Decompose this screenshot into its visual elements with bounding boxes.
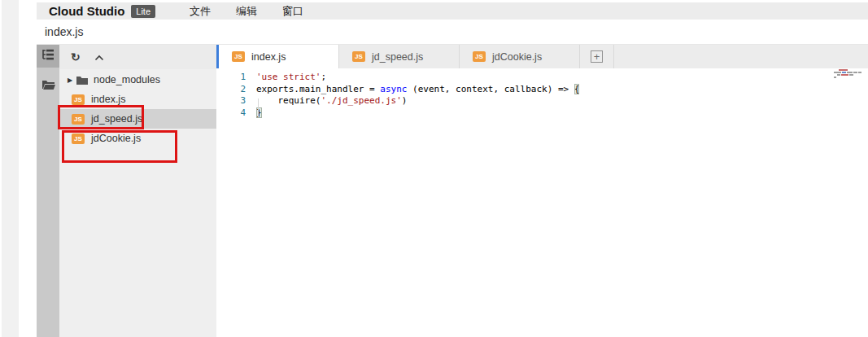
minimap-seg bbox=[849, 74, 853, 76]
minimap-seg bbox=[858, 72, 861, 73]
plus-icon: + bbox=[591, 50, 603, 63]
tab-bar: JSindex.jsJSjd_speed.jsJSjdCookie.js + bbox=[216, 45, 868, 68]
minimap-seg bbox=[834, 77, 836, 78]
main-area: ↻ ▶node_modulesJSindex.jsJSjd_speed.jsJS… bbox=[37, 45, 868, 337]
minimap[interactable] bbox=[834, 69, 865, 79]
tree-item-jdCookie.js[interactable]: JSjdCookie.js bbox=[59, 129, 216, 148]
activity-explorer-button[interactable] bbox=[37, 45, 59, 68]
code-text: exports.main_handler = async (event, con… bbox=[246, 84, 579, 96]
minimap-seg bbox=[847, 72, 853, 73]
minimap-seg bbox=[841, 74, 848, 76]
line-number: 4 bbox=[216, 107, 246, 120]
breadcrumb: index.js bbox=[45, 25, 83, 38]
minimap-row bbox=[834, 69, 865, 71]
tab-jdCookie.js[interactable]: JSjdCookie.js bbox=[460, 45, 580, 68]
code-lines: 1'use strict';2exports.main_handler = as… bbox=[216, 72, 868, 119]
code-token: } bbox=[256, 107, 262, 118]
code-token: './jd_speed.js' bbox=[321, 95, 401, 106]
js-file-icon: JS bbox=[232, 51, 245, 62]
tree-item-label: index.js bbox=[91, 94, 125, 105]
code-line: 2exports.main_handler = async (event, co… bbox=[216, 84, 868, 96]
collapsed-arrow-icon: ▶ bbox=[68, 77, 76, 84]
js-file-icon: JS bbox=[72, 114, 85, 125]
code-text: 'use strict'; bbox=[246, 72, 326, 84]
tab-label: jdCookie.js bbox=[492, 51, 542, 63]
menu-编辑[interactable]: 编辑 bbox=[236, 4, 257, 19]
minimap-seg bbox=[837, 74, 840, 76]
menu-窗口[interactable]: 窗口 bbox=[282, 4, 303, 19]
code-token: require( bbox=[256, 95, 321, 106]
indent-guide bbox=[258, 98, 259, 117]
tree-item-node_modules[interactable]: ▶node_modules bbox=[59, 70, 216, 90]
code-token: (event, context, callback) => bbox=[407, 84, 574, 94]
code-token: ; bbox=[321, 72, 326, 82]
minimap-row bbox=[834, 74, 865, 76]
lite-badge: Lite bbox=[131, 5, 155, 18]
breadcrumb-bar: index.js bbox=[37, 20, 868, 45]
tab-jd_speed.js[interactable]: JSjd_speed.js bbox=[339, 45, 460, 68]
file-explorer-sidebar: ↻ ▶node_modulesJSindex.jsJSjd_speed.jsJS… bbox=[59, 45, 216, 337]
code-line: 3 require('./jd_speed.js') bbox=[216, 95, 868, 107]
refresh-icon[interactable]: ↻ bbox=[71, 51, 81, 63]
line-number: 2 bbox=[216, 84, 246, 96]
js-file-icon: JS bbox=[72, 94, 85, 105]
collapse-up-icon[interactable] bbox=[94, 50, 104, 64]
code-token: exports.main_handler = bbox=[256, 84, 380, 94]
code-token: ) bbox=[402, 95, 408, 106]
editor-pane: JSindex.jsJSjd_speed.jsJSjdCookie.js + 1… bbox=[216, 45, 868, 337]
tab-index.js[interactable]: JSindex.js bbox=[219, 45, 339, 68]
code-text: } bbox=[246, 107, 262, 120]
minimap-seg bbox=[834, 72, 841, 73]
code-line: 4} bbox=[216, 107, 868, 120]
activity-folder-button[interactable] bbox=[37, 74, 59, 97]
code-token: async bbox=[380, 84, 407, 94]
tree-item-label: jdCookie.js bbox=[91, 133, 141, 144]
minimap-seg bbox=[842, 72, 846, 73]
tree-item-label: node_modules bbox=[94, 74, 160, 85]
menu-文件[interactable]: 文件 bbox=[190, 4, 211, 19]
minimap-seg bbox=[853, 72, 857, 73]
tree-item-jd_speed.js[interactable]: JSjd_speed.js bbox=[59, 109, 216, 129]
minimap-row bbox=[834, 77, 865, 78]
tree-item-label: jd_speed.js bbox=[91, 113, 142, 125]
js-file-icon: JS bbox=[352, 51, 365, 62]
open-folder-icon bbox=[41, 78, 55, 93]
minimap-row bbox=[834, 72, 865, 73]
tab-strip: JSindex.jsJSjd_speed.jsJSjdCookie.js bbox=[219, 45, 580, 68]
line-number: 3 bbox=[216, 95, 246, 107]
file-tree: ▶node_modulesJSindex.jsJSjd_speed.jsJSjd… bbox=[59, 69, 216, 148]
js-file-icon: JS bbox=[473, 51, 486, 62]
code-token: { bbox=[574, 84, 580, 94]
cloud-studio-app: Cloud Studio Lite 文件编辑窗口 index.js bbox=[37, 2, 868, 337]
code-editor[interactable]: 1'use strict';2exports.main_handler = as… bbox=[216, 68, 868, 337]
sidebar-toolbar: ↻ bbox=[59, 45, 216, 69]
minimap-seg bbox=[839, 69, 848, 71]
code-token: 'use strict' bbox=[256, 72, 321, 82]
new-tab-button[interactable]: + bbox=[580, 45, 614, 68]
code-line: 1'use strict'; bbox=[216, 72, 868, 84]
tree-outline-icon bbox=[41, 49, 55, 63]
line-number: 1 bbox=[216, 72, 246, 84]
menubar: Cloud Studio Lite 文件编辑窗口 bbox=[37, 2, 868, 20]
js-file-icon: JS bbox=[72, 133, 85, 144]
tree-item-index.js[interactable]: JSindex.js bbox=[59, 90, 216, 109]
active-tab-accent bbox=[216, 45, 219, 68]
tab-label: index.js bbox=[251, 51, 286, 63]
menubar-menus: 文件编辑窗口 bbox=[155, 4, 303, 19]
folder-icon bbox=[76, 76, 88, 85]
activity-bar bbox=[37, 45, 59, 337]
app-logo: Cloud Studio bbox=[49, 4, 124, 18]
code-text: require('./jd_speed.js') bbox=[246, 95, 407, 107]
window-left-gutter bbox=[2, 0, 19, 337]
tab-label: jd_speed.js bbox=[372, 51, 423, 63]
